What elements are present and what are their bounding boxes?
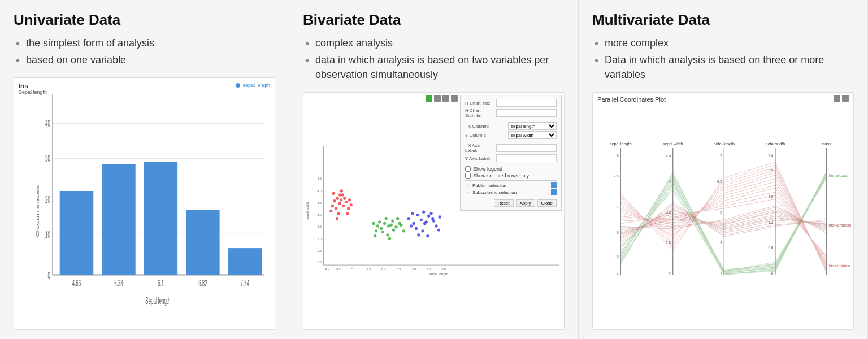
show-legend-checkbox[interactable] [465, 166, 471, 172]
svg-text:sepal width: sepal width [305, 202, 309, 220]
svg-text:5.38: 5.38 [114, 278, 123, 289]
svg-text:6.5: 6.5 [397, 267, 401, 271]
svg-text:2: 2 [669, 272, 671, 276]
svg-rect-18 [228, 248, 262, 275]
svg-point-69 [381, 231, 384, 233]
publish-label: Publish selection [472, 183, 549, 188]
bar-chart: Iris Sepal length sepal length 10 20 30 [14, 78, 275, 329]
add-icon [426, 95, 432, 102]
svg-point-100 [426, 234, 429, 237]
svg-point-58 [346, 212, 349, 215]
bar-chart-subtitle: Sepal length [19, 89, 47, 95]
svg-text:4.5: 4.5 [336, 267, 340, 271]
bar-chart-svg: 10 20 30 40 4.66 5.38 6.1 6.82 7.54 [34, 82, 270, 316]
svg-point-47 [336, 197, 339, 200]
y-axis-label-input[interactable] [496, 154, 557, 162]
svg-point-99 [437, 229, 440, 232]
show-selected-checkbox[interactable] [465, 173, 471, 179]
bar-chart-title: Iris [19, 82, 28, 89]
svg-text:sepal length: sepal length [610, 142, 632, 147]
svg-text:7.0: 7.0 [411, 267, 415, 271]
chart-title-input[interactable] [496, 99, 557, 107]
parallel-icon-1 [834, 95, 840, 102]
chart-title-label: H Chart Title: [465, 101, 494, 106]
univariate-bullet-1: the simplest form of analysis [14, 34, 275, 51]
show-selected-label: Show selected rows only [473, 173, 529, 179]
ctrl-divider-2 [465, 141, 557, 141]
apply-button[interactable]: Apply [516, 199, 535, 207]
parallel-icon-2 [842, 95, 849, 102]
svg-point-80 [388, 237, 391, 240]
svg-text:7: 7 [617, 205, 619, 209]
svg-text:6.0: 6.0 [381, 267, 385, 271]
svg-text:4: 4 [617, 272, 619, 276]
svg-text:5: 5 [617, 254, 619, 258]
legend-label: sepal length [242, 82, 270, 88]
svg-point-59 [343, 197, 346, 200]
svg-point-51 [342, 205, 345, 207]
multivariate-panel: Multivariate Data more complex Data in w… [579, 0, 868, 339]
svg-text:Occurrences: Occurrences [35, 184, 40, 237]
svg-text:Iris-setosa: Iris-setosa [828, 173, 848, 178]
svg-point-60 [338, 194, 341, 197]
svg-text:0.6: 0.6 [768, 246, 773, 250]
svg-text:3: 3 [720, 241, 722, 245]
y-column-select[interactable]: sepal width [508, 131, 557, 139]
svg-point-73 [378, 220, 381, 223]
svg-point-77 [391, 220, 394, 223]
svg-point-63 [340, 190, 343, 193]
close-icon [451, 95, 458, 102]
parallel-title: Parallel Coordinates Plot [597, 96, 666, 103]
univariate-bullet-2: based on one variable [14, 51, 275, 68]
publish-checkbox[interactable] [551, 182, 557, 188]
x-column-label: - X Column: [465, 124, 506, 129]
svg-point-90 [415, 227, 418, 230]
svg-point-74 [386, 234, 389, 237]
multivariate-bullet-1: more complex [592, 34, 854, 51]
chart-subtitle-input[interactable] [496, 109, 557, 117]
univariate-chart: Iris Sepal length sepal length 10 20 30 [14, 77, 275, 330]
svg-text:10: 10 [45, 229, 50, 240]
svg-text:4.66: 4.66 [72, 278, 81, 289]
svg-point-67 [375, 229, 377, 232]
svg-text:8: 8 [617, 154, 619, 158]
svg-point-54 [345, 201, 348, 203]
svg-point-64 [376, 225, 379, 228]
univariate-bullets: the simplest form of analysis based on o… [14, 34, 275, 68]
parallel-svg: sepal length sepal width petal length pe… [595, 95, 851, 327]
svg-point-70 [389, 224, 392, 227]
x-axis-label-row: - X Axis Label: [465, 143, 557, 153]
ctrl-divider-3 [465, 164, 557, 164]
svg-point-72 [392, 229, 395, 232]
svg-text:20: 20 [45, 194, 50, 205]
svg-point-56 [347, 207, 350, 210]
show-legend-label: Show legend [473, 166, 502, 172]
subscribe-checkbox[interactable] [551, 189, 557, 195]
svg-text:sepal length: sepal length [429, 272, 449, 276]
svg-point-78 [374, 234, 376, 237]
close-button[interactable]: Close [537, 199, 557, 207]
svg-point-50 [340, 198, 342, 201]
chart-subtitle-row: H Chart Subtitle: [465, 108, 557, 118]
parallel-coords: Parallel Coordinates Plot sepal length s… [593, 93, 853, 329]
svg-point-62 [348, 198, 351, 201]
x-column-select[interactable]: sepal length [508, 122, 557, 130]
multivariate-bullets: more complex Data in which analysis is b… [592, 34, 854, 83]
svg-point-82 [402, 229, 405, 232]
x-axis-label-input[interactable] [496, 144, 557, 152]
svg-text:6.1: 6.1 [158, 278, 164, 289]
svg-text:7.54: 7.54 [241, 278, 249, 289]
ctrl-divider-5 [465, 197, 557, 197]
svg-point-55 [332, 192, 335, 195]
reset-button[interactable]: Reset [494, 199, 514, 207]
y-column-row: Y Column: sepal width [465, 131, 557, 139]
scatter-icon-bar [426, 95, 458, 102]
svg-text:2.0: 2.0 [318, 237, 322, 241]
svg-rect-10 [60, 191, 94, 275]
svg-point-98 [429, 212, 432, 215]
svg-text:Sepal length: Sepal length [145, 295, 170, 306]
chart-title-row: H Chart Title: [465, 99, 557, 107]
svg-point-83 [400, 224, 402, 227]
svg-point-46 [329, 210, 332, 212]
svg-point-102 [438, 216, 441, 219]
